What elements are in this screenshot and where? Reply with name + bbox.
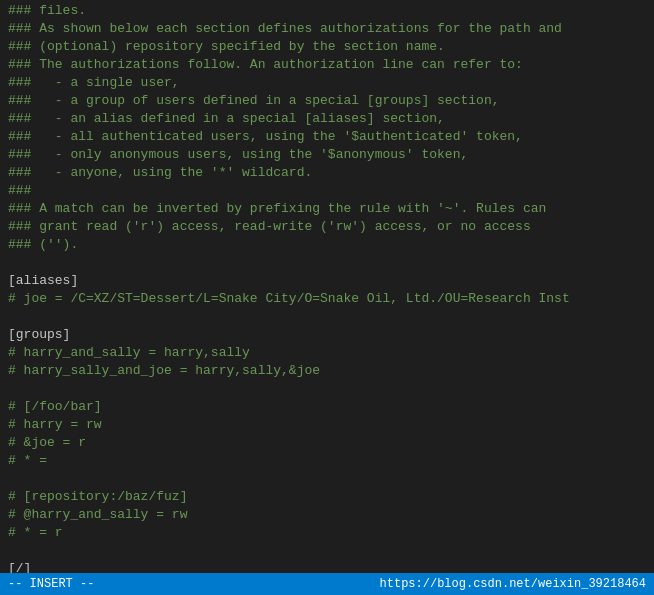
editor-line: # harry = rw <box>8 416 646 434</box>
editor-line: ### A match can be inverted by prefixing… <box>8 200 646 218</box>
editor-line: ### - only anonymous users, using the '$… <box>8 146 646 164</box>
editor-line: [/] <box>8 560 646 573</box>
editor-line: # [repository:/baz/fuz] <box>8 488 646 506</box>
editor-line: [aliases] <box>8 272 646 290</box>
url-label: https://blog.csdn.net/weixin_39218464 <box>380 577 646 591</box>
editor-line: # harry_and_sally = harry,sally <box>8 344 646 362</box>
editor-line: # &joe = r <box>8 434 646 452</box>
editor-line: ### As shown below each section defines … <box>8 20 646 38</box>
editor-line: ### (''). <box>8 236 646 254</box>
editor-line: ### files. <box>8 2 646 20</box>
insert-mode-label: -- INSERT -- <box>8 577 94 591</box>
editor-line: ### - all authenticated users, using the… <box>8 128 646 146</box>
editor-line: ### (optional) repository specified by t… <box>8 38 646 56</box>
editor-line <box>8 254 646 272</box>
editor-line: ### - a single user, <box>8 74 646 92</box>
editor-line: # joe = /C=XZ/ST=Dessert/L=Snake City/O=… <box>8 290 646 308</box>
editor-line: ### - anyone, using the '*' wildcard. <box>8 164 646 182</box>
editor-content[interactable]: ### files.### As shown below each sectio… <box>0 0 654 573</box>
editor-line: ### <box>8 182 646 200</box>
editor-line: [groups] <box>8 326 646 344</box>
editor-line: ### grant read ('r') access, read-write … <box>8 218 646 236</box>
editor-line: # harry_sally_and_joe = harry,sally,&joe <box>8 362 646 380</box>
editor-line <box>8 380 646 398</box>
status-bar: -- INSERT -- https://blog.csdn.net/weixi… <box>0 573 654 595</box>
editor-line: # * = <box>8 452 646 470</box>
editor-line: ### - an alias defined in a special [ali… <box>8 110 646 128</box>
editor-line: # @harry_and_sally = rw <box>8 506 646 524</box>
editor-container: ### files.### As shown below each sectio… <box>0 0 654 595</box>
editor-line: ### - a group of users defined in a spec… <box>8 92 646 110</box>
editor-line: # * = r <box>8 524 646 542</box>
editor-line: # [/foo/bar] <box>8 398 646 416</box>
editor-line <box>8 470 646 488</box>
editor-line <box>8 308 646 326</box>
editor-line <box>8 542 646 560</box>
editor-line: ### The authorizations follow. An author… <box>8 56 646 74</box>
